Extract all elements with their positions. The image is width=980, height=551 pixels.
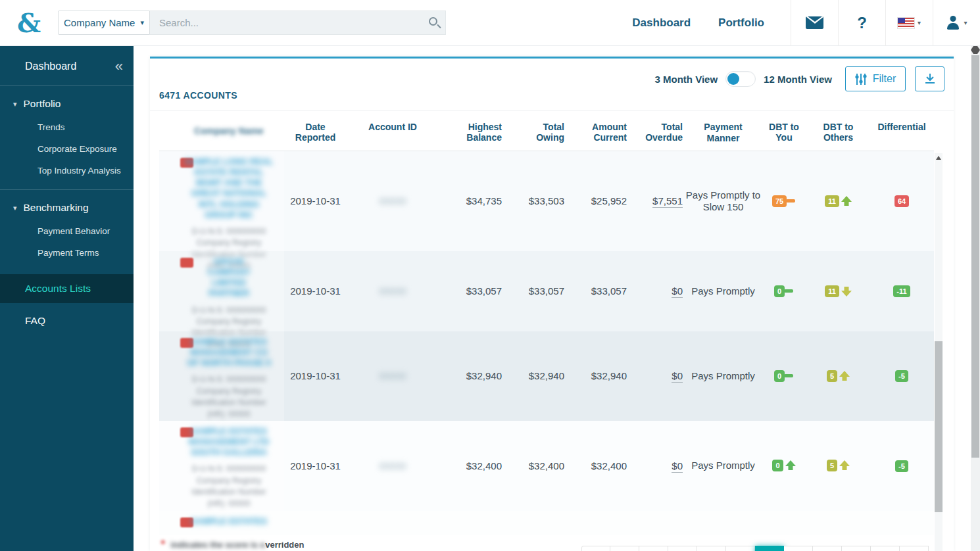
highest-balance-value: $34,735 xyxy=(439,195,504,206)
nav-link-dashboard[interactable]: Dashboard xyxy=(632,16,691,30)
pagination-cell[interactable] xyxy=(842,546,871,551)
col-header-date-reported[interactable]: Date Reported xyxy=(284,120,347,143)
sliders-icon xyxy=(855,74,867,85)
col-header-differential[interactable]: Differential xyxy=(870,120,934,132)
pagination-cell[interactable] xyxy=(871,546,900,551)
pagination-cell[interactable] xyxy=(726,546,755,551)
table-scrollbar-thumb[interactable] xyxy=(935,341,943,512)
date-reported-value: 2019-10-31 xyxy=(284,285,347,297)
amount-current-value: $32,940 xyxy=(567,370,629,381)
differential-badge: -11 xyxy=(893,285,910,297)
view-period-toggle[interactable] xyxy=(725,71,756,87)
pagination-cell[interactable] xyxy=(900,546,929,551)
table-scrollbar[interactable] xyxy=(935,153,943,551)
help-button[interactable]: ? xyxy=(838,0,885,46)
dbt-to-others-trend-icon xyxy=(841,196,852,206)
sidebar-item-payment-terms[interactable]: Payment Terms xyxy=(0,242,134,264)
dbt-to-others-badge: 11 xyxy=(825,195,839,207)
company-duns: D-U-N-S: 000000000 xyxy=(183,464,275,475)
col-header-total-overdue[interactable]: Total Overdue xyxy=(629,120,685,143)
col-header-highest-balance[interactable]: Highest Balance xyxy=(439,120,504,143)
sidebar-item-corporate-exposure[interactable]: Corporate Exposure xyxy=(0,138,134,160)
col-header-total-owing[interactable]: Total Owing xyxy=(504,120,567,143)
company-name-link[interactable]: SAMPLE LONG REAL ESTATE RENTAL MGMT AND … xyxy=(183,156,275,221)
pagination-cell[interactable] xyxy=(610,546,639,551)
dbt-to-others-trend-icon xyxy=(841,286,852,297)
table-row[interactable]: SAMPLE ESTATES MANAGEMENT LTD SOUTH GALL… xyxy=(159,421,934,511)
search-box xyxy=(150,11,446,35)
account-id-value: 00000 xyxy=(379,460,406,471)
total-overdue-link[interactable]: $0 xyxy=(672,460,683,473)
sidebar-item-portfolio[interactable]: ▾ Portfolio xyxy=(0,86,134,116)
search-category-dropdown[interactable]: Company Name ▾ xyxy=(58,11,150,35)
page-scrollbar[interactable] xyxy=(971,46,980,551)
company-name-link[interactable]: SAMPLE ESTATES MANAGEMENT CO OF NORTH PH… xyxy=(184,337,274,369)
dbt-to-you-trend-icon xyxy=(784,286,794,297)
sidebar-item-accounts-lists[interactable]: Accounts Lists xyxy=(0,274,134,303)
dbt-to-you-badge: 75 xyxy=(772,195,787,207)
pagination-cell[interactable] xyxy=(639,546,668,551)
col-header-company-name[interactable]: Company Name xyxy=(159,120,284,144)
col-header-account-id[interactable]: Account ID xyxy=(347,120,439,132)
col-header-payment-manner[interactable]: Payment Manner xyxy=(685,120,761,144)
chevron-down-icon: ▾ xyxy=(918,19,921,26)
sidebar-item-label: Benchmarking xyxy=(24,202,89,214)
pagination-cell[interactable] xyxy=(581,546,610,551)
dbt-to-others-trend-icon xyxy=(839,460,850,471)
pagination-cell[interactable] xyxy=(697,546,726,551)
table-row[interactable]: GROVE COMPANY LIMITED PARTNER D-U-N-S: 0… xyxy=(159,251,934,331)
toggle-label-3-month[interactable]: 3 Month View xyxy=(655,74,718,85)
pagination-cell[interactable] xyxy=(784,546,813,551)
sidebar-item-faq[interactable]: FAQ xyxy=(0,303,134,327)
messages-button[interactable] xyxy=(791,0,838,46)
table-row[interactable]: SAMPLE LONG REAL ESTATE RENTAL MGMT AND … xyxy=(159,151,934,251)
search-input[interactable] xyxy=(150,17,445,28)
total-owing-value: $33,057 xyxy=(504,285,567,297)
filter-button-label: Filter xyxy=(873,73,896,85)
col-header-dbt-to-you[interactable]: DBT to You xyxy=(761,120,807,143)
payment-manner-value: Pays Promptly xyxy=(685,285,761,297)
nav-link-portfolio[interactable]: Portfolio xyxy=(718,16,764,30)
search-icon[interactable] xyxy=(429,17,437,26)
alert-badge xyxy=(180,258,193,268)
brand-ampersand-logo[interactable]: & xyxy=(0,0,58,46)
company-name-link[interactable]: GROVE COMPANY LIMITED PARTNER xyxy=(195,256,262,299)
collapse-sidebar-icon[interactable]: « xyxy=(115,62,123,71)
sidebar-item-trends[interactable]: Trends xyxy=(0,116,134,138)
amount-current-value: $25,952 xyxy=(567,195,629,206)
total-overdue-link[interactable]: $0 xyxy=(672,370,683,383)
sidebar-item-benchmarking[interactable]: ▾ Benchmarking xyxy=(0,190,134,220)
dbt-to-you-badge: 0 xyxy=(774,285,785,297)
page-scrollbar-thumb[interactable] xyxy=(971,55,979,458)
dbt-to-you-badge: 0 xyxy=(772,460,783,471)
table-row[interactable]: SAMPLE ESTATES xyxy=(159,511,934,535)
total-owing-value: $32,940 xyxy=(504,370,567,381)
company-name-link[interactable]: SAMPLE ESTATES xyxy=(189,516,269,527)
user-menu-dropdown[interactable]: ▾ xyxy=(933,0,980,46)
table-row[interactable]: SAMPLE ESTATES MANAGEMENT CO OF NORTH PH… xyxy=(159,331,934,421)
total-overdue-link[interactable]: $7,551 xyxy=(652,195,683,208)
pagination-cell[interactable] xyxy=(755,546,784,551)
pagination-cell[interactable] xyxy=(668,546,697,551)
col-header-amount-current[interactable]: Amount Current xyxy=(567,120,629,143)
date-reported-value: 2019-10-31 xyxy=(284,460,347,471)
sidebar-item-payment-behavior[interactable]: Payment Behavior xyxy=(0,220,134,242)
language-dropdown[interactable]: ▾ xyxy=(885,0,933,46)
scroll-down-arrow-icon[interactable] xyxy=(971,50,980,54)
dbt-to-others-badge: 5 xyxy=(827,370,837,382)
sidebar: Dashboard « ▾ Portfolio Trends Corporate… xyxy=(0,46,134,551)
download-button[interactable] xyxy=(915,66,944,91)
scroll-up-arrow-icon[interactable] xyxy=(936,156,941,160)
differential-badge: 64 xyxy=(894,195,909,207)
col-header-dbt-to-others[interactable]: DBT to Others xyxy=(807,120,870,143)
toggle-label-12-month[interactable]: 12 Month View xyxy=(764,74,832,85)
chevron-down-icon: ▾ xyxy=(140,18,144,27)
pagination-cell[interactable] xyxy=(813,546,842,551)
total-overdue-link[interactable]: $0 xyxy=(672,285,683,298)
sidebar-item-dashboard[interactable]: Dashboard « xyxy=(0,46,134,83)
asterisk-icon: * xyxy=(160,537,165,551)
company-name-link[interactable]: SAMPLE ESTATES MANAGEMENT LTD SOUTH GALL… xyxy=(184,426,274,458)
filter-button[interactable]: Filter xyxy=(845,66,906,91)
date-reported-value: 2019-10-31 xyxy=(284,195,347,206)
sidebar-item-top-industry-analysis[interactable]: Top Industry Analysis xyxy=(0,160,134,181)
